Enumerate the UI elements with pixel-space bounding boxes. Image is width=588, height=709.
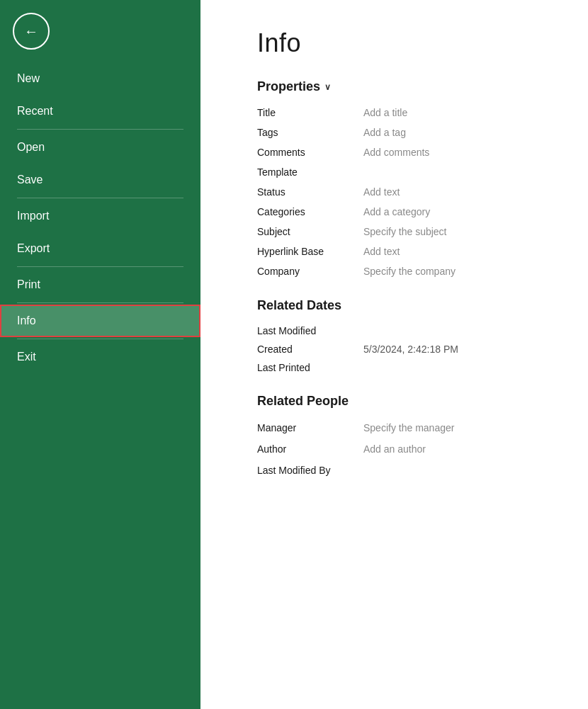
related-date-row: Last Printed <box>257 358 545 377</box>
nav-divider-4 <box>17 302 183 303</box>
page-title: Info <box>257 28 545 58</box>
property-label: Company <box>257 261 363 281</box>
property-value[interactable]: Specify the subject <box>363 222 545 242</box>
nav-divider-2 <box>17 198 183 198</box>
sidebar-item-label-recent: Recent <box>17 105 53 117</box>
property-label: Categories <box>257 202 363 222</box>
sidebar-item-label-import: Import <box>17 210 49 222</box>
properties-row: CompanySpecify the company <box>257 261 545 281</box>
properties-title-text: Properties <box>257 79 320 94</box>
property-label: Tags <box>257 123 363 142</box>
nav-divider-1 <box>17 129 183 130</box>
property-label: Title <box>257 103 363 123</box>
related-date-row: Last Modified <box>257 322 545 340</box>
related-people-title-text: Related People <box>257 394 349 409</box>
properties-row: Hyperlink BaseAdd text <box>257 242 545 261</box>
related-dates-title-text: Related Dates <box>257 298 341 313</box>
sidebar-item-label-exit: Exit <box>17 351 36 363</box>
related-dates-table: Last ModifiedCreated5/3/2024, 2:42:18 PM… <box>257 322 545 377</box>
main-content: Info Properties ∨ TitleAdd a titleTagsAd… <box>200 0 588 709</box>
properties-section-title: Properties ∨ <box>257 79 545 94</box>
property-value[interactable]: Specify the company <box>363 261 545 281</box>
sidebar-item-info[interactable]: Info <box>0 305 200 337</box>
related-date-label: Created <box>257 340 363 358</box>
sidebar-item-import[interactable]: Import <box>0 200 200 232</box>
related-date-label: Last Modified <box>257 322 363 340</box>
property-label: Hyperlink Base <box>257 242 363 261</box>
back-arrow-icon: ← <box>24 24 38 38</box>
related-people-table: ManagerSpecify the managerAuthorAdd an a… <box>257 417 545 481</box>
sidebar-item-print[interactable]: Print <box>0 268 200 301</box>
property-label: Subject <box>257 222 363 242</box>
properties-row: StatusAdd text <box>257 182 545 202</box>
sidebar-item-label-new: New <box>17 72 40 84</box>
related-dates-section-title: Related Dates <box>257 298 545 313</box>
related-date-value <box>363 358 545 377</box>
property-label: Template <box>257 162 363 182</box>
nav-divider-5 <box>17 339 183 339</box>
related-date-label: Last Printed <box>257 358 363 377</box>
property-value[interactable]: Add comments <box>363 142 545 162</box>
properties-row: CommentsAdd comments <box>257 142 545 162</box>
properties-section: Properties ∨ TitleAdd a titleTagsAdd a t… <box>257 79 545 281</box>
sidebar: ← New Recent Open Save Import Export <box>0 0 200 709</box>
related-dates-section: Related Dates Last ModifiedCreated5/3/20… <box>257 298 545 377</box>
property-value <box>363 162 545 182</box>
sidebar-item-new[interactable]: New <box>0 62 200 95</box>
properties-table: TitleAdd a titleTagsAdd a tagCommentsAdd… <box>257 103 545 281</box>
related-date-value <box>363 322 545 340</box>
sidebar-item-label-print: Print <box>17 278 40 290</box>
sidebar-item-recent[interactable]: Recent <box>0 95 200 127</box>
property-value[interactable]: Add a category <box>363 202 545 222</box>
related-person-row: Last Modified By <box>257 460 545 481</box>
sidebar-item-label-open: Open <box>17 141 45 153</box>
related-person-label: Author <box>257 438 363 460</box>
properties-row: SubjectSpecify the subject <box>257 222 545 242</box>
chevron-down-icon: ∨ <box>324 82 331 92</box>
sidebar-item-exit[interactable]: Exit <box>0 341 200 373</box>
properties-row: Template <box>257 162 545 182</box>
back-button[interactable]: ← <box>13 13 50 50</box>
related-people-section: Related People ManagerSpecify the manage… <box>257 394 545 481</box>
related-date-value: 5/3/2024, 2:42:18 PM <box>363 340 545 358</box>
related-person-value <box>363 460 545 481</box>
related-people-section-title: Related People <box>257 394 545 409</box>
related-person-row: AuthorAdd an author <box>257 438 545 460</box>
properties-row: TitleAdd a title <box>257 103 545 123</box>
property-value[interactable]: Add a tag <box>363 123 545 142</box>
sidebar-item-open[interactable]: Open <box>0 131 200 164</box>
properties-row: CategoriesAdd a category <box>257 202 545 222</box>
nav-divider-3 <box>17 266 183 267</box>
sidebar-item-label-info: Info <box>17 314 36 327</box>
related-person-value[interactable]: Add an author <box>363 438 545 460</box>
nav-section: New Recent Open Save Import Export Print <box>0 62 200 709</box>
property-value[interactable]: Add a title <box>363 103 545 123</box>
related-person-value[interactable]: Specify the manager <box>363 417 545 438</box>
sidebar-item-label-export: Export <box>17 242 50 254</box>
property-label: Status <box>257 182 363 202</box>
sidebar-item-export[interactable]: Export <box>0 232 200 265</box>
sidebar-item-label-save: Save <box>17 174 43 186</box>
related-person-row: ManagerSpecify the manager <box>257 417 545 438</box>
related-person-label: Last Modified By <box>257 460 363 481</box>
related-person-label: Manager <box>257 417 363 438</box>
property-value[interactable]: Add text <box>363 242 545 261</box>
sidebar-item-save[interactable]: Save <box>0 164 200 196</box>
related-date-row: Created5/3/2024, 2:42:18 PM <box>257 340 545 358</box>
properties-row: TagsAdd a tag <box>257 123 545 142</box>
property-value[interactable]: Add text <box>363 182 545 202</box>
property-label: Comments <box>257 142 363 162</box>
